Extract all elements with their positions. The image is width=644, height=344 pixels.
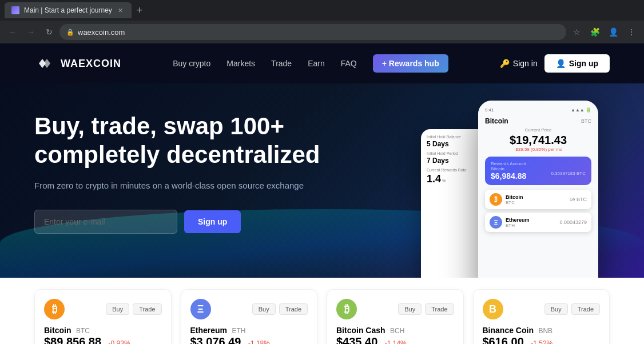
- eth-price: $3,076.49: [190, 335, 241, 344]
- overlay-rate-unit: %: [442, 178, 446, 183]
- nav-earn[interactable]: Earn: [308, 59, 325, 68]
- bch-buy-button[interactable]: Buy: [398, 303, 422, 315]
- overlay-rate-value: 1.4: [427, 173, 441, 185]
- sign-up-label: Sign up: [569, 59, 598, 68]
- bnb-price: $616.00: [483, 335, 524, 344]
- sign-in-button[interactable]: 🔑 Sign in: [500, 59, 538, 68]
- forward-button[interactable]: →: [23, 24, 39, 40]
- btc-mini-value: 1e BTC: [569, 197, 587, 202]
- btc-mini-info: Bitcoin BTC: [506, 194, 566, 205]
- phone-status-bar: 9:41 ▲▲▲ 🔋: [485, 107, 591, 113]
- btc-change: -0.93%: [109, 339, 130, 344]
- nav-trade[interactable]: Trade: [271, 59, 292, 68]
- phone-btc-card: ₿ Bitcoin BTC 1e BTC: [485, 190, 591, 209]
- bch-card-name-row: Bitcoin Cash BCH: [336, 325, 454, 335]
- hero-subtitle: From zero to crypto in minutes on a worl…: [34, 179, 320, 193]
- bnb-trade-button[interactable]: Trade: [571, 303, 600, 315]
- bnb-card-icon: B: [483, 299, 503, 319]
- reload-button[interactable]: ↻: [41, 24, 57, 40]
- btc-price-row: $89,856.88 -0.93%: [44, 335, 162, 344]
- nav-buy-crypto[interactable]: Buy crypto: [173, 59, 210, 68]
- eth-symbol: ETH: [232, 327, 246, 335]
- browser-nav: ← → ↻ 🔒 waexcoin.com ☆ 🧩 👤 ⋮: [0, 21, 644, 43]
- logo[interactable]: WAEXCOIN: [34, 53, 121, 74]
- bnb-buy-button[interactable]: Buy: [544, 303, 568, 315]
- phone-coin-header: Bitcoin BTC: [485, 117, 591, 125]
- bch-trade-button[interactable]: Trade: [425, 303, 454, 315]
- bookmark-button[interactable]: ☆: [569, 24, 585, 40]
- sign-up-button[interactable]: 👤 Sign up: [544, 54, 610, 73]
- eth-mini-symbol: ETH: [506, 223, 556, 228]
- eth-mini-info: Ethereum ETH: [506, 217, 556, 228]
- phone-price-change: -$39.58 (0.80%) per mo: [485, 147, 591, 152]
- nav-markets[interactable]: Markets: [226, 59, 255, 68]
- eth-mini-value: 0.00043279: [559, 219, 587, 225]
- btc-trade-button[interactable]: Trade: [133, 303, 161, 315]
- email-input[interactable]: [34, 210, 177, 234]
- nav-actions: ☆ 🧩 👤 ⋮: [569, 24, 639, 40]
- bnb-card-actions: Buy Trade: [544, 303, 600, 315]
- user-icon: 👤: [556, 59, 566, 68]
- btc-mini-name: Bitcoin: [506, 194, 566, 200]
- eth-buy-button[interactable]: Buy: [252, 303, 276, 315]
- hero-title: Buy, trade, swap 100+ completely decentr…: [34, 112, 320, 170]
- crypto-grid: ₿ Buy Trade Bitcoin BTC $89,856.88 -0.93…: [34, 289, 610, 344]
- btc-card-icon: ₿: [44, 299, 65, 319]
- secure-icon: 🔒: [66, 29, 74, 36]
- website-content: WAEXCOIN Buy crypto Markets Trade Earn F…: [0, 43, 644, 344]
- crypto-card-bch: ₿ Buy Trade Bitcoin Cash BCH $435.40 -1.…: [327, 289, 464, 344]
- browser-chrome: Main | Start a perfect journey ✕ +: [0, 0, 644, 21]
- btc-buy-button[interactable]: Buy: [106, 303, 129, 315]
- eth-price-row: $3,076.49 -1.18%: [190, 335, 308, 344]
- hero-content: Buy, trade, swap 100+ completely decentr…: [34, 112, 320, 234]
- eth-change: -1.18%: [248, 339, 270, 344]
- profile-button[interactable]: 👤: [605, 24, 621, 40]
- phone-mockup-container: Initial Hold Balance 5 Days Initial Hold…: [415, 95, 610, 278]
- btc-name: Bitcoin: [44, 326, 71, 335]
- phone-rewards-card: Rewards Account Bitcoin $6,984.88 0.3539…: [485, 157, 591, 185]
- bch-card-icon: ₿: [336, 299, 357, 319]
- url-text: waexcoin.com: [78, 28, 125, 37]
- bnb-change: -1.52%: [531, 339, 552, 344]
- bch-name: Bitcoin Cash: [336, 326, 385, 335]
- tab-close-button[interactable]: ✕: [117, 6, 125, 14]
- sign-in-label: Sign in: [513, 59, 538, 68]
- bnb-name: Binance Coin: [483, 326, 534, 335]
- phone-eth-card: Ξ Ethereum ETH 0.00043279: [485, 213, 591, 232]
- eth-mini-icon: Ξ: [490, 216, 502, 229]
- new-tab-button[interactable]: +: [132, 2, 148, 18]
- eth-card-header: Ξ Buy Trade: [190, 299, 308, 319]
- hero-cta: Sign up: [34, 210, 320, 234]
- btc-symbol: BTC: [76, 327, 90, 335]
- eth-trade-button[interactable]: Trade: [279, 303, 308, 315]
- bnb-card-name-row: Binance Coin BNB: [483, 325, 601, 335]
- phone-price: $19,741.43: [485, 134, 591, 147]
- menu-button[interactable]: ⋮: [623, 24, 639, 40]
- nav-faq[interactable]: FAQ: [341, 59, 357, 68]
- bnb-card-header: B Buy Trade: [483, 299, 601, 319]
- rewards-amount: $6,984.88: [491, 171, 526, 181]
- crypto-card-bnb: B Buy Trade Binance Coin BNB $616.00 -1.…: [473, 289, 610, 344]
- extensions-button[interactable]: 🧩: [587, 24, 603, 40]
- rewards-hub-button[interactable]: + Rewards hub: [373, 54, 448, 73]
- phone-time: 9:41: [485, 107, 494, 113]
- site-header: WAEXCOIN Buy crypto Markets Trade Earn F…: [0, 43, 644, 83]
- crypto-card-btc: ₿ Buy Trade Bitcoin BTC $89,856.88 -0.93…: [34, 289, 172, 344]
- rewards-btc-amount: 0.35397183 BTC: [551, 171, 586, 176]
- btc-price: $89,856.88: [44, 335, 101, 344]
- header-actions: 🔑 Sign in 👤 Sign up: [500, 54, 610, 73]
- rewards-coin-name: Bitcoin: [491, 166, 526, 171]
- phone-coin-symbol: BTC: [581, 118, 591, 124]
- bch-price: $435.40: [336, 335, 377, 344]
- eth-card-name-row: Ethereum ETH: [190, 325, 308, 335]
- bch-card-actions: Buy Trade: [398, 303, 454, 315]
- address-bar[interactable]: 🔒 waexcoin.com: [59, 24, 566, 40]
- eth-card-icon: Ξ: [190, 299, 211, 319]
- phone-price-label: Current Price: [485, 127, 591, 133]
- active-tab[interactable]: Main | Start a perfect journey ✕: [5, 2, 132, 18]
- back-button[interactable]: ←: [5, 24, 21, 40]
- sign-in-icon: 🔑: [500, 59, 510, 68]
- cta-signup-button[interactable]: Sign up: [184, 210, 241, 233]
- bch-price-row: $435.40 -1.14%: [336, 335, 454, 344]
- tab-favicon: [11, 6, 19, 14]
